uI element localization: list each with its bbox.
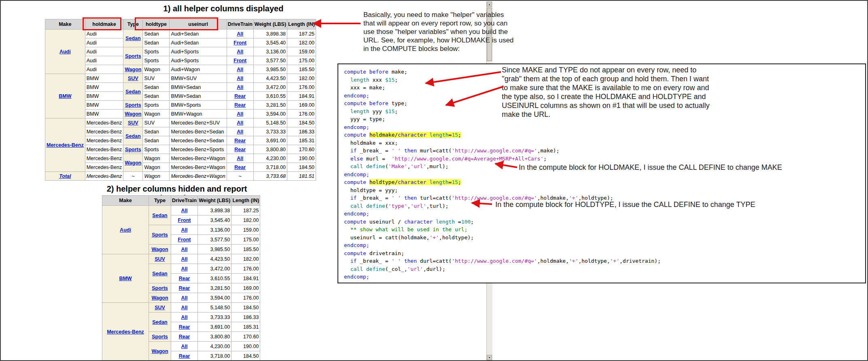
table-cell[interactable]: Mercedes-Benz [45,118,85,172]
cell-link[interactable]: Sedan [125,36,141,41]
table-cell[interactable]: All [171,264,198,274]
table-cell[interactable]: Wagon [149,293,171,303]
cell-link[interactable]: Rear [234,147,246,152]
table-cell[interactable]: All [227,30,253,38]
table-cell[interactable]: Rear [171,283,198,293]
table-cell[interactable]: All [171,303,198,312]
cell-link[interactable]: All [181,315,188,320]
table-cell[interactable]: Rear [227,136,253,145]
cell-link[interactable]: Front [178,217,191,223]
cell-link[interactable]: Wagon [125,111,141,117]
cell-link[interactable]: All [237,156,243,161]
table-cell[interactable]: All [227,74,253,83]
table-cell[interactable]: Rear [227,101,253,110]
cell-link[interactable]: BMW [119,276,132,281]
cell-link[interactable]: Sports [152,232,168,238]
cell-link[interactable]: Sports [125,53,141,59]
table-cell[interactable]: All [227,154,253,163]
cell-link[interactable]: Mercedes-Benz [47,142,84,148]
cell-link[interactable]: Sports [152,334,168,340]
cell-link[interactable]: Audi [59,49,71,55]
cell-link[interactable]: Wagon [151,348,168,354]
cell-link[interactable]: Mercedes-Benz [107,329,144,335]
table-cell[interactable]: Wagon [123,65,143,74]
table-cell[interactable]: Sedan [123,30,143,47]
cell-link[interactable]: Wagon [151,247,168,252]
cell-link[interactable]: Wagon [151,295,168,301]
table-cell[interactable]: All [227,118,253,127]
cell-link[interactable]: SUV [128,120,138,126]
cell-link[interactable]: All [181,295,188,301]
cell-link[interactable]: Rear [179,276,190,281]
cell-link[interactable]: All [181,305,188,310]
scroll-down-button[interactable]: ▼ [487,355,492,360]
cell-link[interactable]: All [237,76,243,81]
cell-link[interactable]: Rear [234,165,246,170]
table-cell[interactable]: All [171,206,198,215]
cell-link[interactable]: All [237,84,243,90]
cell-link[interactable]: Sports [125,102,141,108]
cell-link[interactable]: SUV [155,305,165,310]
cell-link[interactable]: Sports [125,147,141,152]
table-cell[interactable]: All [171,293,198,303]
cell-link[interactable]: BMW [59,93,71,99]
table-cell[interactable]: Sedan [149,206,171,225]
table-cell[interactable]: Wagon [149,342,171,361]
table-cell[interactable]: Audi [45,30,85,74]
table-cell[interactable]: Rear [171,274,198,283]
table-cell[interactable]: Mercedes-Benz [102,303,149,361]
table-cell[interactable]: Sports [149,332,171,342]
table-cell[interactable]: Wagon [149,245,171,254]
cell-link[interactable]: Front [178,237,191,243]
cell-link[interactable]: Rear [179,324,190,330]
table-cell[interactable]: SUV [123,118,143,127]
table-cell[interactable]: Sedan [123,83,143,101]
table-cell[interactable]: All [227,83,253,92]
cell-link[interactable]: Rear [179,285,190,291]
cell-link[interactable]: Audi [120,227,131,233]
cell-link[interactable]: Front [233,58,246,63]
cell-link[interactable]: All [237,129,243,135]
table-cell[interactable]: SUV [149,303,171,312]
table-cell[interactable]: Rear [227,92,253,101]
cell-link[interactable]: Rear [234,93,246,99]
table-cell[interactable]: Rear [171,351,198,361]
cell-link[interactable]: All [181,208,188,213]
cell-link[interactable]: All [181,344,188,349]
table-cell[interactable]: All [171,254,198,264]
table-cell[interactable]: All [227,47,253,56]
cell-link[interactable]: All [181,227,188,233]
cell-link[interactable]: Sports [152,285,168,291]
cell-link[interactable]: Total [59,173,71,179]
cell-link[interactable]: Wagon [125,67,141,72]
cell-link[interactable]: Sedan [152,319,168,325]
table-cell[interactable]: BMW [102,254,149,303]
table-cell[interactable]: Front [227,56,253,65]
table-cell[interactable]: BMW [45,74,85,118]
cell-link[interactable]: SUV [128,76,138,81]
cell-link[interactable]: SUV [155,256,165,262]
table-cell[interactable]: Sedan [123,127,143,145]
cell-link[interactable]: All [181,256,188,262]
table-cell[interactable]: Sports [149,225,171,245]
table-cell[interactable]: Wagon [123,154,143,172]
table-cell[interactable]: Rear [227,163,253,172]
table-cell[interactable]: All [227,110,253,118]
table-cell[interactable]: Front [227,38,253,47]
table-cell[interactable]: All [171,245,198,254]
table-cell[interactable]: Total [45,172,85,181]
table-cell[interactable]: Rear [171,322,198,332]
cell-link[interactable]: Rear [179,334,190,340]
table-cell[interactable]: All [227,65,253,74]
table-cell[interactable]: Sports [123,145,143,154]
cell-link[interactable]: All [181,266,188,272]
table-cell[interactable]: SUV [123,74,143,83]
cell-link[interactable]: All [237,120,243,126]
cell-link[interactable]: Rear [234,102,246,108]
table-cell[interactable]: All [171,312,198,322]
table-cell[interactable]: Sedan [149,312,171,332]
cell-link[interactable]: All [181,247,188,252]
scroll-up-button[interactable]: ▲ [487,2,492,7]
table-cell[interactable]: Sports [149,283,171,293]
table-cell[interactable]: Wagon [123,110,143,118]
